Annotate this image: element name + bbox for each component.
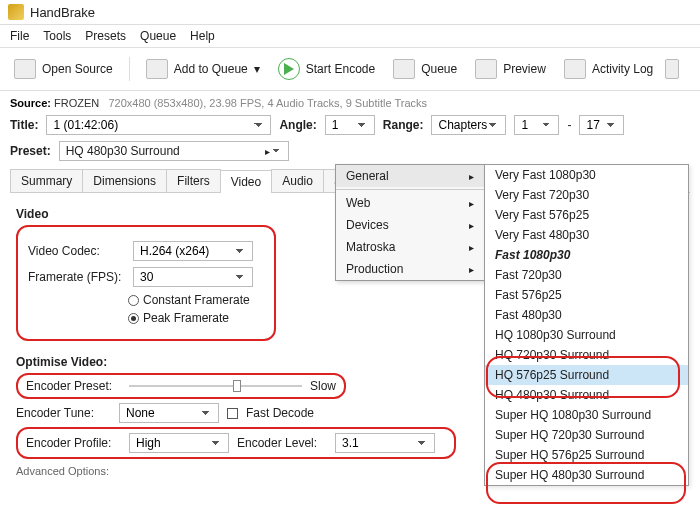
preset-row: Preset: HQ 480p30 Surround ▸ xyxy=(10,141,690,161)
encoder-preset-slider[interactable] xyxy=(129,385,302,387)
tab-video[interactable]: Video xyxy=(220,170,272,193)
menu-tools[interactable]: Tools xyxy=(43,29,71,43)
preset-item[interactable]: Super HQ 576p25 Surround xyxy=(485,445,688,465)
preset-submenu: Very Fast 1080p30Very Fast 720p30Very Fa… xyxy=(484,164,689,486)
tab-filters[interactable]: Filters xyxy=(166,169,221,192)
title-select[interactable]: 1 (01:42:06) xyxy=(46,115,271,135)
codec-select[interactable]: H.264 (x264) xyxy=(133,241,253,261)
preset-item[interactable]: Fast 576p25 xyxy=(485,285,688,305)
codec-label: Video Codec: xyxy=(28,244,123,258)
overflow-icon[interactable] xyxy=(665,59,679,79)
chevron-right-icon: ▸ xyxy=(469,220,474,231)
range-from-select[interactable]: 1 xyxy=(514,115,559,135)
log-icon xyxy=(564,59,586,79)
constant-fr-label: Constant Framerate xyxy=(143,293,250,307)
range-type-select[interactable]: Chapters xyxy=(431,115,506,135)
preset-item[interactable]: Super HQ 720p30 Surround xyxy=(485,425,688,445)
tab-dimensions[interactable]: Dimensions xyxy=(82,169,167,192)
video-codec-group: Video Codec: H.264 (x264) Framerate (FPS… xyxy=(16,225,276,341)
enc-level-select[interactable]: 3.1 xyxy=(335,433,435,453)
enc-profile-label: Encoder Profile: xyxy=(26,436,121,450)
chevron-down-icon: ▾ xyxy=(254,62,260,76)
open-source-button[interactable]: Open Source xyxy=(8,55,119,83)
add-to-queue-label: Add to Queue xyxy=(174,62,248,76)
preset-item[interactable]: HQ 480p30 Surround xyxy=(485,385,688,405)
fast-decode-check[interactable] xyxy=(227,408,238,419)
preset-item[interactable]: Fast 720p30 xyxy=(485,265,688,285)
category-general[interactable]: General▸ xyxy=(336,165,484,187)
play-icon xyxy=(278,58,300,80)
activity-log-button[interactable]: Activity Log xyxy=(558,55,659,83)
start-encode-button[interactable]: Start Encode xyxy=(272,54,381,84)
preset-item[interactable]: Very Fast 576p25 xyxy=(485,205,688,225)
angle-select[interactable]: 1 xyxy=(325,115,375,135)
preset-label: Preset: xyxy=(10,144,51,158)
enc-profile-select[interactable]: High xyxy=(129,433,229,453)
cat-label: Web xyxy=(346,196,370,210)
menu-queue[interactable]: Queue xyxy=(140,29,176,43)
category-web[interactable]: Web▸ xyxy=(336,192,484,214)
category-devices[interactable]: Devices▸ xyxy=(336,214,484,236)
constant-framerate-radio[interactable]: Constant Framerate xyxy=(128,293,250,307)
cat-label: General xyxy=(346,169,389,183)
preview-button[interactable]: Preview xyxy=(469,55,552,83)
category-matroska[interactable]: Matroska▸ xyxy=(336,236,484,258)
add-to-queue-button[interactable]: Add to Queue ▾ xyxy=(140,55,266,83)
enc-tune-label: Encoder Tune: xyxy=(16,406,111,420)
source-line: Source: FROZEN 720x480 (853x480), 23.98 … xyxy=(10,97,690,109)
source-meta: 720x480 (853x480), 23.98 FPS, 4 Audio Tr… xyxy=(108,97,427,109)
app-logo-icon xyxy=(8,4,24,20)
preset-category-menu: General▸ Web▸ Devices▸ Matroska▸ Product… xyxy=(335,164,485,281)
tab-audio[interactable]: Audio xyxy=(271,169,324,192)
preset-item[interactable]: Very Fast 480p30 xyxy=(485,225,688,245)
preview-icon xyxy=(475,59,497,79)
preset-item[interactable]: HQ 720p30 Surround xyxy=(485,345,688,365)
film-icon xyxy=(14,59,36,79)
enc-preset-value: Slow xyxy=(310,379,336,393)
preset-item[interactable]: HQ 576p25 Surround xyxy=(485,365,688,385)
title-row: Title: 1 (01:42:06) Angle: 1 Range: Chap… xyxy=(10,115,690,135)
preview-label: Preview xyxy=(503,62,546,76)
add-queue-icon xyxy=(146,59,168,79)
fps-label: Framerate (FPS): xyxy=(28,270,123,284)
cat-label: Production xyxy=(346,262,403,276)
toolbar: Open Source Add to Queue ▾ Start Encode … xyxy=(0,48,700,91)
preset-item[interactable]: HQ 1080p30 Surround xyxy=(485,325,688,345)
menu-presets[interactable]: Presets xyxy=(85,29,126,43)
enc-tune-select[interactable]: None xyxy=(119,403,219,423)
fps-select[interactable]: 30 xyxy=(133,267,253,287)
source-name: FROZEN xyxy=(54,97,99,109)
menubar: File Tools Presets Queue Help xyxy=(0,25,700,48)
source-label: Source: xyxy=(10,97,51,109)
preset-item[interactable]: Super HQ 1080p30 Surround xyxy=(485,405,688,425)
preset-item[interactable]: Fast 1080p30 xyxy=(485,245,688,265)
range-to-select[interactable]: 17 xyxy=(579,115,624,135)
cat-label: Devices xyxy=(346,218,389,232)
queue-label: Queue xyxy=(421,62,457,76)
preset-item[interactable]: Very Fast 720p30 xyxy=(485,185,688,205)
preset-select[interactable]: HQ 480p30 Surround ▸ xyxy=(59,141,289,161)
open-source-label: Open Source xyxy=(42,62,113,76)
category-production[interactable]: Production▸ xyxy=(336,258,484,280)
tab-summary[interactable]: Summary xyxy=(10,169,83,192)
start-encode-label: Start Encode xyxy=(306,62,375,76)
range-sep: - xyxy=(567,118,571,132)
menu-help[interactable]: Help xyxy=(190,29,215,43)
peak-fr-label: Peak Framerate xyxy=(143,311,229,325)
chevron-right-icon: ▸ xyxy=(469,242,474,253)
titlebar: HandBrake xyxy=(0,0,700,25)
title-label: Title: xyxy=(10,118,38,132)
preset-item[interactable]: Super HQ 480p30 Surround xyxy=(485,465,688,485)
activity-log-label: Activity Log xyxy=(592,62,653,76)
queue-button[interactable]: Queue xyxy=(387,55,463,83)
chevron-right-icon: ▸ xyxy=(265,146,270,157)
encoder-preset-row: Encoder Preset: Slow xyxy=(16,373,346,399)
menu-file[interactable]: File xyxy=(10,29,29,43)
encoder-profile-row: Encoder Profile: High Encoder Level: 3.1 xyxy=(16,427,456,459)
enc-preset-label: Encoder Preset: xyxy=(26,379,121,393)
preset-item[interactable]: Fast 480p30 xyxy=(485,305,688,325)
chevron-right-icon: ▸ xyxy=(469,264,474,275)
preset-item[interactable]: Very Fast 1080p30 xyxy=(485,165,688,185)
angle-label: Angle: xyxy=(279,118,316,132)
peak-framerate-radio[interactable]: Peak Framerate xyxy=(128,311,229,325)
